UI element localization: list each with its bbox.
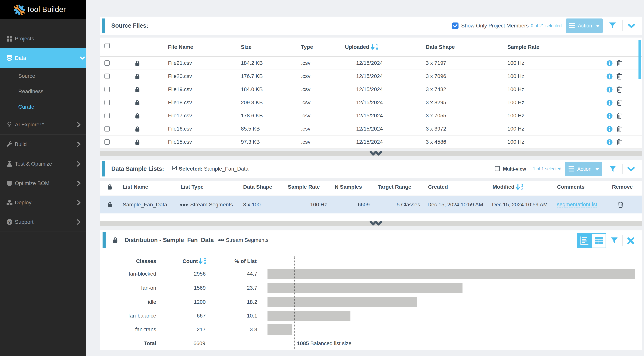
svg-text:?: ? — [8, 220, 11, 224]
